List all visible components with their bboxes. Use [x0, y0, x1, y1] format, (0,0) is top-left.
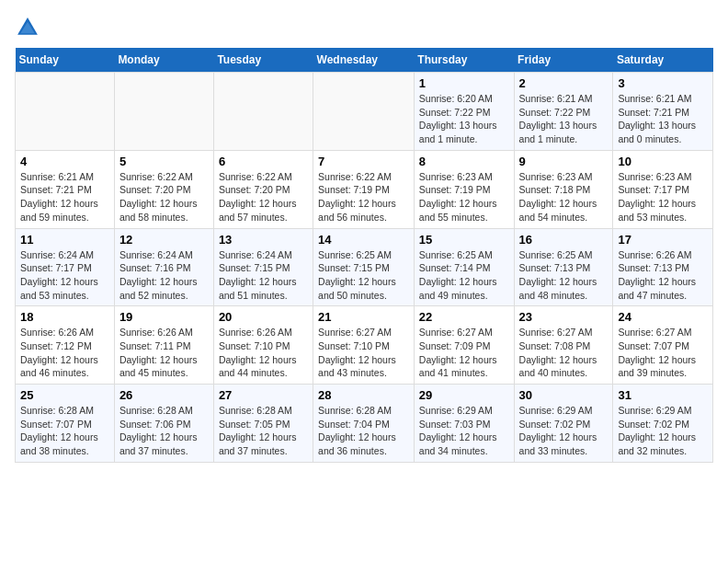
day-info: Sunrise: 6:24 AM Sunset: 7:17 PM Dayligh…: [20, 248, 109, 303]
day-cell: 26Sunrise: 6:28 AM Sunset: 7:06 PM Dayli…: [114, 385, 213, 463]
day-cell: 10Sunrise: 6:23 AM Sunset: 7:17 PM Dayli…: [613, 150, 713, 228]
day-cell: 7Sunrise: 6:22 AM Sunset: 7:19 PM Daylig…: [313, 150, 415, 228]
day-info: Sunrise: 6:24 AM Sunset: 7:16 PM Dayligh…: [119, 248, 209, 303]
day-number: 2: [519, 76, 609, 90]
week-row-3: 11Sunrise: 6:24 AM Sunset: 7:17 PM Dayli…: [16, 228, 713, 306]
day-number: 30: [519, 388, 609, 402]
week-row-2: 4Sunrise: 6:21 AM Sunset: 7:21 PM Daylig…: [16, 150, 713, 228]
header-saturday: Saturday: [613, 48, 713, 73]
day-cell: 23Sunrise: 6:27 AM Sunset: 7:08 PM Dayli…: [514, 306, 613, 385]
day-info: Sunrise: 6:23 AM Sunset: 7:18 PM Dayligh…: [519, 170, 609, 224]
calendar-header-row: SundayMondayTuesdayWednesdayThursdayFrid…: [16, 48, 713, 73]
day-info: Sunrise: 6:25 AM Sunset: 7:13 PM Dayligh…: [519, 248, 609, 303]
day-info: Sunrise: 6:25 AM Sunset: 7:14 PM Dayligh…: [419, 248, 509, 303]
day-number: 18: [20, 310, 109, 324]
day-number: 26: [119, 388, 209, 402]
header-monday: Monday: [114, 48, 213, 73]
day-cell: [213, 73, 313, 151]
day-number: 6: [219, 155, 308, 168]
day-cell: [114, 73, 213, 151]
day-cell: 17Sunrise: 6:26 AM Sunset: 7:13 PM Dayli…: [613, 228, 713, 306]
page-header: [15, 15, 713, 40]
day-info: Sunrise: 6:28 AM Sunset: 7:04 PM Dayligh…: [318, 404, 409, 458]
day-info: Sunrise: 6:26 AM Sunset: 7:10 PM Dayligh…: [219, 326, 308, 380]
day-number: 13: [219, 233, 308, 247]
day-info: Sunrise: 6:29 AM Sunset: 7:02 PM Dayligh…: [618, 404, 708, 458]
day-cell: 5Sunrise: 6:22 AM Sunset: 7:20 PM Daylig…: [114, 150, 213, 228]
day-number: 4: [20, 155, 109, 168]
day-cell: 22Sunrise: 6:27 AM Sunset: 7:09 PM Dayli…: [414, 306, 514, 385]
day-cell: 8Sunrise: 6:23 AM Sunset: 7:19 PM Daylig…: [414, 150, 514, 228]
day-number: 3: [618, 76, 708, 90]
day-info: Sunrise: 6:22 AM Sunset: 7:20 PM Dayligh…: [119, 170, 209, 224]
day-number: 31: [618, 388, 708, 402]
day-number: 24: [618, 310, 708, 324]
day-number: 22: [419, 310, 509, 324]
day-cell: 14Sunrise: 6:25 AM Sunset: 7:15 PM Dayli…: [313, 228, 415, 306]
day-number: 20: [219, 310, 308, 324]
day-number: 10: [618, 155, 708, 168]
header-wednesday: Wednesday: [313, 48, 415, 73]
week-row-1: 1Sunrise: 6:20 AM Sunset: 7:22 PM Daylig…: [16, 73, 713, 151]
day-info: Sunrise: 6:26 AM Sunset: 7:11 PM Dayligh…: [119, 326, 209, 380]
day-cell: 28Sunrise: 6:28 AM Sunset: 7:04 PM Dayli…: [313, 385, 415, 463]
day-cell: 11Sunrise: 6:24 AM Sunset: 7:17 PM Dayli…: [16, 228, 115, 306]
day-cell: 20Sunrise: 6:26 AM Sunset: 7:10 PM Dayli…: [213, 306, 313, 385]
day-cell: 31Sunrise: 6:29 AM Sunset: 7:02 PM Dayli…: [613, 385, 713, 463]
day-cell: 1Sunrise: 6:20 AM Sunset: 7:22 PM Daylig…: [414, 73, 514, 151]
day-number: 15: [419, 233, 509, 247]
day-info: Sunrise: 6:27 AM Sunset: 7:08 PM Dayligh…: [519, 326, 609, 380]
day-cell: 15Sunrise: 6:25 AM Sunset: 7:14 PM Dayli…: [414, 228, 514, 306]
day-info: Sunrise: 6:26 AM Sunset: 7:13 PM Dayligh…: [618, 248, 708, 303]
day-number: 7: [318, 155, 409, 168]
day-cell: [313, 73, 415, 151]
day-info: Sunrise: 6:28 AM Sunset: 7:07 PM Dayligh…: [20, 404, 109, 458]
day-cell: 16Sunrise: 6:25 AM Sunset: 7:13 PM Dayli…: [514, 228, 613, 306]
day-number: 8: [419, 155, 509, 168]
day-number: 27: [219, 388, 308, 402]
day-info: Sunrise: 6:22 AM Sunset: 7:20 PM Dayligh…: [219, 170, 308, 224]
day-info: Sunrise: 6:27 AM Sunset: 7:07 PM Dayligh…: [618, 326, 708, 380]
header-thursday: Thursday: [414, 48, 514, 73]
day-info: Sunrise: 6:28 AM Sunset: 7:05 PM Dayligh…: [219, 404, 308, 458]
day-info: Sunrise: 6:24 AM Sunset: 7:15 PM Dayligh…: [219, 248, 308, 303]
day-number: 29: [419, 388, 509, 402]
day-number: 11: [20, 233, 109, 247]
day-number: 1: [419, 76, 509, 90]
day-cell: 3Sunrise: 6:21 AM Sunset: 7:21 PM Daylig…: [613, 73, 713, 151]
day-number: 14: [318, 233, 409, 247]
header-friday: Friday: [514, 48, 613, 73]
day-info: Sunrise: 6:21 AM Sunset: 7:21 PM Dayligh…: [618, 92, 708, 146]
day-info: Sunrise: 6:25 AM Sunset: 7:15 PM Dayligh…: [318, 248, 409, 303]
day-info: Sunrise: 6:20 AM Sunset: 7:22 PM Dayligh…: [419, 92, 509, 146]
day-number: 5: [119, 155, 209, 168]
day-cell: 19Sunrise: 6:26 AM Sunset: 7:11 PM Dayli…: [114, 306, 213, 385]
day-cell: 12Sunrise: 6:24 AM Sunset: 7:16 PM Dayli…: [114, 228, 213, 306]
header-sunday: Sunday: [16, 48, 115, 73]
day-cell: 29Sunrise: 6:29 AM Sunset: 7:03 PM Dayli…: [414, 385, 514, 463]
day-cell: 18Sunrise: 6:26 AM Sunset: 7:12 PM Dayli…: [16, 306, 115, 385]
day-number: 19: [119, 310, 209, 324]
logo-icon: [15, 15, 40, 40]
day-info: Sunrise: 6:21 AM Sunset: 7:22 PM Dayligh…: [519, 92, 609, 146]
logo: [15, 15, 44, 40]
day-info: Sunrise: 6:23 AM Sunset: 7:19 PM Dayligh…: [419, 170, 509, 224]
day-cell: 27Sunrise: 6:28 AM Sunset: 7:05 PM Dayli…: [213, 385, 313, 463]
day-cell: 4Sunrise: 6:21 AM Sunset: 7:21 PM Daylig…: [16, 150, 115, 228]
day-info: Sunrise: 6:22 AM Sunset: 7:19 PM Dayligh…: [318, 170, 409, 224]
day-info: Sunrise: 6:29 AM Sunset: 7:03 PM Dayligh…: [419, 404, 509, 458]
day-cell: 13Sunrise: 6:24 AM Sunset: 7:15 PM Dayli…: [213, 228, 313, 306]
week-row-4: 18Sunrise: 6:26 AM Sunset: 7:12 PM Dayli…: [16, 306, 713, 385]
day-cell: 2Sunrise: 6:21 AM Sunset: 7:22 PM Daylig…: [514, 73, 613, 151]
day-cell: 9Sunrise: 6:23 AM Sunset: 7:18 PM Daylig…: [514, 150, 613, 228]
day-number: 25: [20, 388, 109, 402]
day-number: 17: [618, 233, 708, 247]
day-info: Sunrise: 6:26 AM Sunset: 7:12 PM Dayligh…: [20, 326, 109, 380]
day-number: 12: [119, 233, 209, 247]
day-info: Sunrise: 6:23 AM Sunset: 7:17 PM Dayligh…: [618, 170, 708, 224]
day-number: 9: [519, 155, 609, 168]
week-row-5: 25Sunrise: 6:28 AM Sunset: 7:07 PM Dayli…: [16, 385, 713, 463]
day-info: Sunrise: 6:27 AM Sunset: 7:10 PM Dayligh…: [318, 326, 409, 380]
header-tuesday: Tuesday: [213, 48, 313, 73]
calendar-table: SundayMondayTuesdayWednesdayThursdayFrid…: [15, 48, 713, 463]
